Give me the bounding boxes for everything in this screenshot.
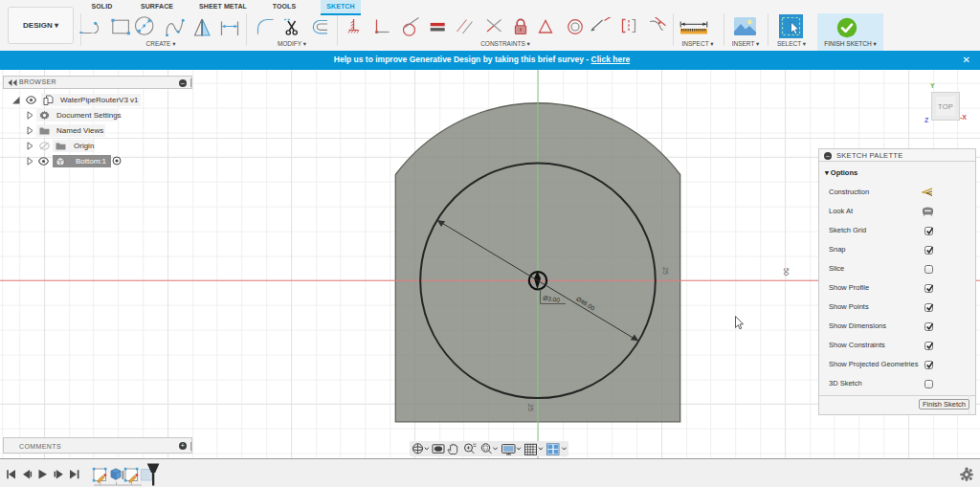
svg-text:25: 25 — [662, 267, 669, 275]
svg-text:25: 25 — [527, 404, 534, 411]
svg-text:50: 50 — [783, 268, 790, 276]
